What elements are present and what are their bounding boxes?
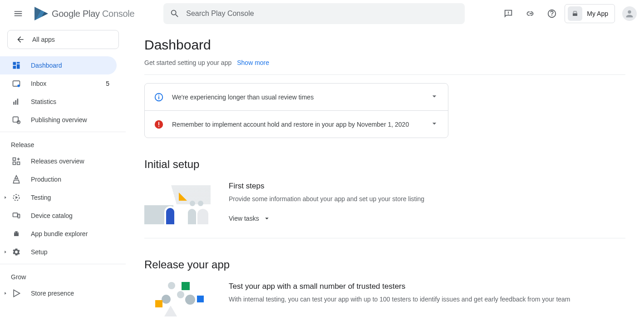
android-icon: [568, 6, 582, 21]
testing-icon: [11, 193, 22, 202]
nav-statistics[interactable]: Statistics: [0, 93, 117, 111]
nav-store-presence[interactable]: Store presence: [0, 284, 117, 302]
first-steps-body: First steps Provide some information abo…: [229, 182, 424, 224]
notice-text: Remember to implement account hold and r…: [172, 121, 422, 128]
nav-testing[interactable]: Testing: [0, 188, 117, 207]
svg-rect-13: [13, 158, 16, 161]
releases-icon: [11, 157, 22, 166]
help-button[interactable]: [543, 5, 561, 23]
link-button[interactable]: [521, 5, 539, 23]
info-icon: [154, 92, 164, 102]
bundle-icon: [11, 229, 22, 238]
nav-label: Publishing overview: [31, 116, 109, 123]
production-icon: [11, 175, 22, 184]
nav-app-bundle-explorer[interactable]: App bundle explorer: [0, 225, 117, 243]
section-heading-release-app: Release your app: [144, 258, 625, 271]
statistics-icon: [11, 97, 22, 106]
svg-rect-10: [17, 99, 19, 104]
svg-rect-24: [158, 126, 159, 127]
chevron-down-icon: [430, 92, 439, 102]
search-container: [163, 3, 465, 24]
person-icon: [624, 9, 634, 19]
svg-rect-23: [158, 122, 159, 125]
nav-label: Store presence: [31, 290, 109, 297]
view-tasks-button[interactable]: View tasks: [229, 214, 424, 222]
card-description: With internal testing, you can test your…: [229, 296, 570, 303]
nav-setup[interactable]: Setup: [0, 243, 117, 261]
notice-info[interactable]: We're experiencing longer than usual rev…: [145, 84, 448, 110]
card-title: First steps: [229, 182, 424, 191]
svg-point-7: [17, 84, 20, 87]
notice-text: We're experiencing longer than usual rev…: [172, 94, 422, 101]
app-selector[interactable]: My App: [565, 4, 615, 23]
main-content: Dashboard Get started setting up your ap…: [126, 27, 625, 326]
notice-panel: We're experiencing longer than usual rev…: [144, 83, 448, 138]
announce-icon: [503, 9, 513, 19]
svg-rect-21: [158, 94, 159, 95]
svg-rect-8: [13, 102, 15, 105]
nav-label: Releases overview: [31, 158, 109, 165]
search-input[interactable]: [186, 10, 458, 18]
first-steps-card: First steps Provide some information abo…: [144, 182, 625, 238]
test-app-body: Test your app with a small number of tru…: [229, 282, 570, 318]
section-heading-initial-setup: Initial setup: [144, 158, 625, 171]
card-description: Provide some information about your app …: [229, 195, 424, 203]
link-icon: [525, 9, 535, 19]
help-icon: [547, 9, 557, 19]
nav-header-release: Release: [0, 135, 126, 152]
svg-rect-15: [17, 162, 20, 165]
test-app-card: Test your app with a small number of tru…: [144, 282, 625, 326]
product-logo[interactable]: Google Play Console: [34, 7, 134, 20]
devices-icon: [11, 211, 22, 220]
nav-label: Device catalog: [31, 212, 109, 219]
subtitle: Get started setting up your app Show mor…: [144, 59, 625, 75]
svg-rect-4: [17, 64, 20, 69]
nav-label: Production: [31, 176, 109, 183]
svg-rect-3: [17, 62, 20, 64]
show-more-link[interactable]: Show more: [237, 59, 269, 66]
caret-right-icon: [2, 291, 9, 296]
card-title: Test your app with a small number of tru…: [229, 282, 570, 291]
chevron-down-icon: [430, 119, 439, 129]
search-bar[interactable]: [163, 3, 465, 24]
nav-label: Dashboard: [31, 62, 109, 69]
announcements-button[interactable]: [499, 5, 517, 23]
play-logo-icon: [34, 7, 48, 20]
svg-rect-17: [13, 213, 18, 217]
nav-section-release: Release Releases overview Production: [0, 132, 126, 264]
nav-inbox[interactable]: Inbox 5: [0, 74, 117, 93]
nav-dashboard[interactable]: Dashboard: [0, 56, 117, 74]
all-apps-button[interactable]: All apps: [7, 30, 119, 49]
gear-icon: [11, 247, 22, 257]
nav-section-grow: Grow Store presence: [0, 264, 126, 305]
sidebar: All apps Dashboard Inbox 5 Statisti: [0, 27, 126, 326]
chevron-down-icon: [263, 214, 271, 222]
arrow-left-icon: [16, 35, 25, 44]
svg-rect-20: [158, 96, 159, 99]
inbox-badge: 5: [106, 80, 109, 87]
nav-label: Inbox: [31, 80, 97, 87]
publishing-icon: [11, 115, 22, 124]
inbox-icon: [11, 79, 22, 88]
testers-illustration: [144, 282, 211, 318]
nav-device-catalog[interactable]: Device catalog: [0, 207, 117, 225]
nav-label: Statistics: [31, 98, 109, 105]
notice-error[interactable]: Remember to implement account hold and r…: [145, 110, 448, 138]
play-outline-icon: [11, 289, 22, 298]
svg-point-1: [628, 10, 631, 14]
nav-production[interactable]: Production: [0, 170, 117, 188]
search-icon: [170, 9, 180, 19]
svg-rect-14: [13, 162, 16, 165]
nav-label: Testing: [31, 194, 109, 201]
nav-releases-overview[interactable]: Releases overview: [0, 152, 117, 170]
header-actions: My App: [499, 4, 637, 23]
caret-right-icon: [2, 250, 9, 254]
nav-header-grow: Grow: [0, 267, 126, 284]
menu-button[interactable]: [7, 3, 29, 25]
nav-label: App bundle explorer: [31, 230, 109, 237]
svg-rect-18: [18, 214, 20, 218]
account-avatar[interactable]: [622, 6, 637, 21]
nav-publishing-overview[interactable]: Publishing overview: [0, 111, 117, 129]
caret-right-icon: [2, 195, 9, 200]
view-tasks-label: View tasks: [229, 215, 259, 222]
